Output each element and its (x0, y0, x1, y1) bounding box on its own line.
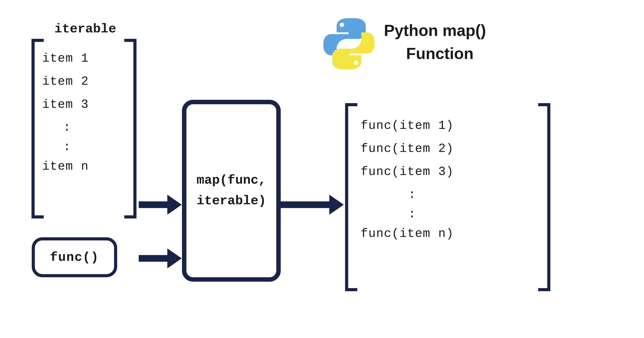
output-ellipsis: : (360, 208, 545, 221)
output-item: func(item 3) (360, 165, 545, 178)
arrow-iterable-to-map-icon (139, 195, 182, 215)
map-box-line1: map(func, (196, 173, 266, 187)
iterable-items: item 1 item 2 item 3 : : item n (42, 52, 131, 183)
iterable-label: iterable (54, 22, 116, 36)
diagram-canvas: Python map() Function iterable item 1 it… (0, 0, 644, 338)
map-box-line2: iterable) (196, 194, 266, 208)
iterable-ellipsis: : (42, 141, 131, 153)
iterable-ellipsis: : (42, 121, 131, 134)
python-logo-icon (321, 15, 377, 72)
title-line-1: Python map() (384, 19, 486, 42)
output-open-bracket-icon (345, 103, 358, 291)
output-item: func(item 1) (360, 119, 545, 132)
iterable-item-last: item n (42, 160, 131, 173)
svg-point-1 (354, 60, 358, 65)
output-item: func(item 2) (360, 142, 545, 155)
title-line-2: Function (384, 42, 486, 65)
iterable-item: item 2 (42, 75, 131, 88)
func-box: func() (32, 237, 117, 277)
output-items: func(item 1) func(item 2) func(item 3) :… (360, 119, 545, 250)
iterable-item: item 1 (42, 52, 131, 65)
svg-point-0 (340, 23, 344, 27)
map-box: map(func, iterable) (182, 100, 281, 282)
output-ellipsis: : (360, 188, 545, 201)
output-item-last: func(item n) (360, 227, 545, 240)
func-box-label: func() (50, 250, 99, 265)
arrow-func-to-map-icon (139, 248, 182, 268)
map-box-text: map(func, iterable) (196, 170, 266, 211)
diagram-title: Python map() Function (384, 19, 486, 65)
iterable-item: item 3 (42, 98, 131, 111)
arrow-map-to-output-icon (281, 195, 344, 215)
